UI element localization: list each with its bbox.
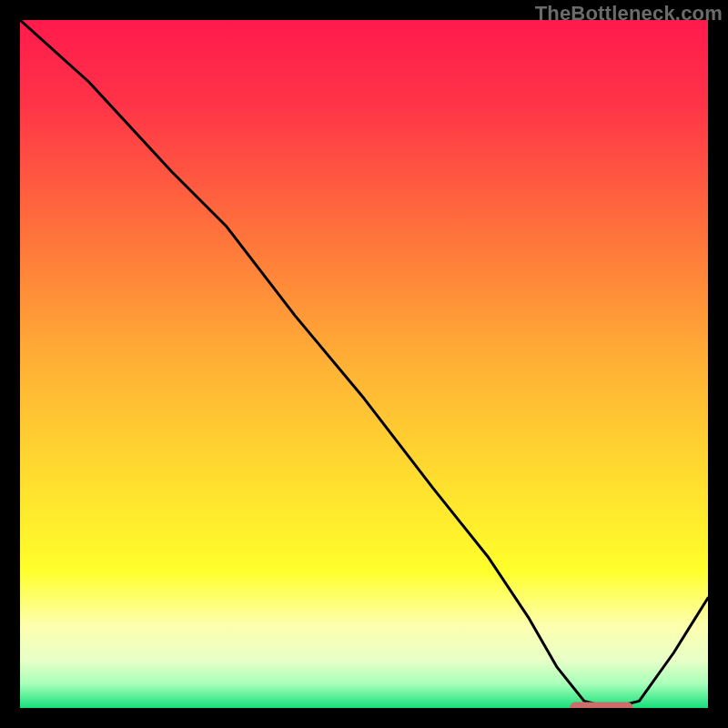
optimum-marker bbox=[571, 703, 632, 708]
chart-stage: TheBottleneck.com bbox=[0, 0, 728, 728]
background-rect bbox=[20, 20, 708, 708]
chart-svg bbox=[20, 20, 708, 708]
plot-area bbox=[20, 20, 708, 708]
